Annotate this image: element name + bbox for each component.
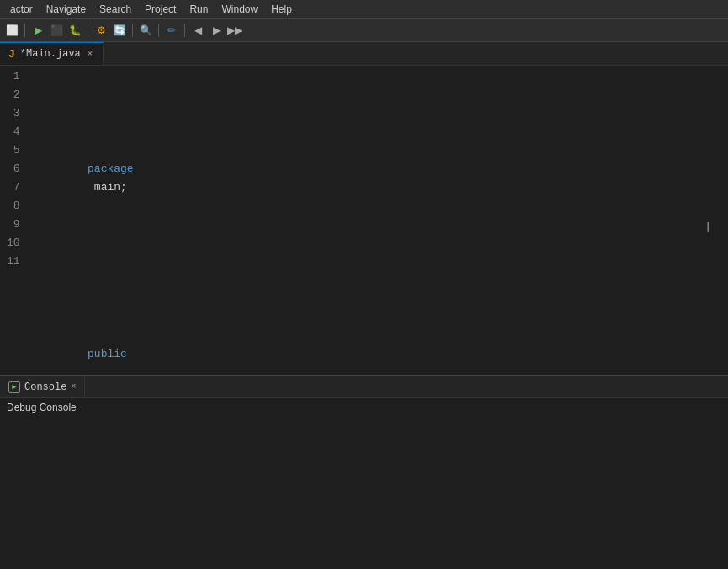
toolbar-sync-btn[interactable]: 🔄: [111, 22, 128, 39]
cursor-position-indicator: |: [704, 221, 711, 233]
kw-package: package: [88, 162, 134, 175]
toolbar-search-btn[interactable]: 🔍: [137, 22, 154, 39]
toolbar-stop-btn[interactable]: ⬛: [48, 22, 65, 39]
console-icon: ▶: [8, 381, 20, 393]
menu-project[interactable]: Project: [138, 2, 183, 17]
toolbar-sep-2: [88, 24, 88, 37]
menu-search[interactable]: Search: [93, 2, 138, 17]
menu-help[interactable]: Help: [264, 2, 299, 17]
toolbar-back-btn[interactable]: ◀: [189, 22, 206, 39]
line-numbers: 1 2 3 4 5 6 7 8 9 10 11: [0, 66, 30, 375]
console-content[interactable]: Debug Console: [0, 398, 728, 569]
code-line-3: public class Main {: [30, 327, 720, 345]
toolbar-forward-btn[interactable]: ▶: [208, 22, 225, 39]
toolbar-sep-3: [132, 24, 133, 37]
tab-label: *Main.java: [20, 48, 81, 60]
editor-tab-main[interactable]: J *Main.java ×: [0, 42, 104, 65]
menu-run[interactable]: Run: [183, 2, 215, 17]
code-editor[interactable]: 1 2 3 4 5 6 7 8 9 10 11 package main; pu…: [0, 66, 728, 375]
menu-actor[interactable]: actor: [3, 2, 40, 17]
toolbar-build-btn[interactable]: ⚙: [93, 22, 109, 39]
toolbar-new-btn[interactable]: ⬜: [3, 22, 20, 39]
toolbar-sep-4: [158, 24, 159, 37]
console-tab-bar: ▶ Console ×: [0, 376, 728, 398]
debug-console-label: Debug Console: [7, 401, 77, 413]
editor-area: 1 2 3 4 5 6 7 8 9 10 11 package main; pu…: [0, 66, 728, 375]
toolbar: ⬜ ▶ ⬛ 🐛 ⚙ 🔄 🔍 ✏ ◀ ▶ ▶▶: [0, 19, 728, 42]
menu-window[interactable]: Window: [215, 2, 264, 17]
toolbar-nav-btn[interactable]: ▶▶: [226, 22, 243, 39]
toolbar-sep-1: [24, 24, 25, 37]
console-tab[interactable]: ▶ Console ×: [0, 376, 85, 397]
console-tab-label: Console: [24, 381, 66, 393]
menu-bar: actor Navigate Search Project Run Window…: [0, 0, 728, 19]
code-line-1: package main;: [30, 141, 720, 160]
menu-navigate[interactable]: Navigate: [40, 2, 93, 17]
console-area: ▶ Console × Debug Console: [0, 375, 728, 569]
toolbar-debug-btn[interactable]: 🐛: [66, 22, 83, 39]
code-line-2: [30, 234, 720, 253]
toolbar-edit-btn[interactable]: ✏: [163, 22, 180, 39]
tab-close-btn[interactable]: ×: [86, 48, 95, 60]
toolbar-run-btn[interactable]: ▶: [29, 22, 46, 39]
code-lines[interactable]: package main; public class Main {: [30, 66, 728, 375]
editor-tab-bar: J *Main.java ×: [0, 42, 728, 66]
java-file-icon: J: [8, 48, 15, 61]
console-tab-close-btn[interactable]: ×: [71, 382, 76, 391]
toolbar-sep-5: [184, 24, 185, 37]
